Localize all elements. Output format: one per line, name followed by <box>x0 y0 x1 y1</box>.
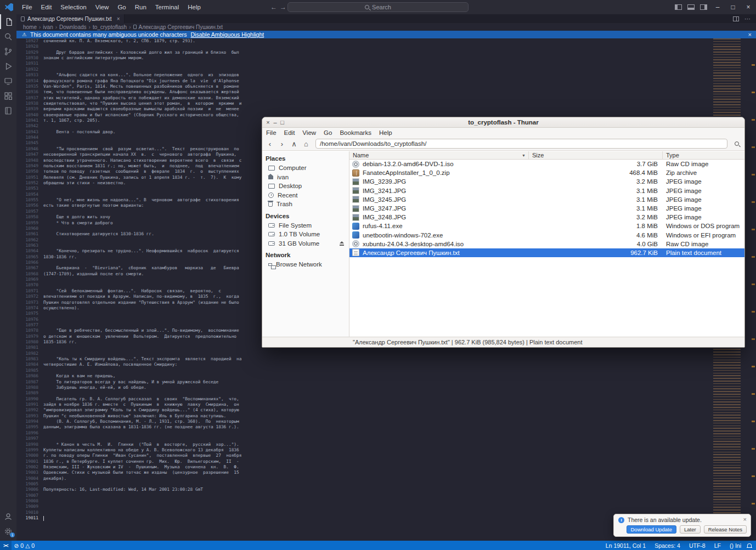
window-minimize-button[interactable]: – <box>710 0 725 14</box>
editor-line[interactable]: 18986 Когда к вам не придешь, <box>16 373 713 379</box>
editor-line[interactable]: 18990 Писатель гр. В. А. Соллогуб расска… <box>16 396 713 402</box>
editor-line[interactable]: 18984четверостишие А. Е. Измайлова, посв… <box>16 362 713 367</box>
remote-explorer-icon[interactable] <box>0 73 16 88</box>
sidebar-item-desktop[interactable]: Desktop <box>262 182 349 191</box>
editor-line[interactable]: 19000г. по поводу оперы Глинки "Иван Сус… <box>16 453 713 458</box>
editor-scrollbar[interactable] <box>751 38 756 541</box>
editor-line[interactable]: 19002Вяземским, III - Жуковским и IV - П… <box>16 464 713 470</box>
history-forward-icon[interactable]: → <box>280 3 286 11</box>
menu-run[interactable]: Run <box>131 4 151 10</box>
extensions-icon[interactable] <box>0 88 16 103</box>
thunar-menu-go[interactable]: Go <box>320 129 336 136</box>
back-button[interactable]: ‹ <box>264 139 275 149</box>
editor-line[interactable]: 19003Одоевским. Стихи с музыкой были тот… <box>16 470 713 475</box>
column-header-type[interactable]: Type <box>663 151 744 159</box>
disable-ambiguous-highlight-link[interactable]: Disable Ambiguous Highlight <box>190 31 264 38</box>
more-actions-icon[interactable]: ⋯ <box>744 15 751 22</box>
docs-view-icon[interactable] <box>0 103 16 118</box>
editor-line[interactable]: 18935Van-Worden", Paris, 1814. Месть пов… <box>16 84 713 89</box>
thunar-close-button[interactable]: × <box>264 117 272 128</box>
editor-line[interactable]: 18928 <box>16 44 713 49</box>
editor-line[interactable]: 18929 Друг бардов английских - Козловски… <box>16 50 713 55</box>
notifications-bell-icon[interactable] <box>747 543 752 547</box>
editor-line[interactable]: 190011836 г., в Петербурге. I куплет соч… <box>16 459 713 464</box>
window-close-button[interactable]: × <box>741 0 756 14</box>
cursor-position[interactable]: Ln 19011, Col 1 <box>603 542 648 549</box>
file-row[interactable]: FanatecAppInstaller_1_0_0.zip468.4 MiBZi… <box>349 168 744 177</box>
editor-line[interactable]: 18937этих мстителей, однако храбрость ег… <box>16 95 713 101</box>
toggle-panel-icon[interactable] <box>687 4 695 10</box>
run-debug-icon[interactable] <box>0 59 16 73</box>
notification-close-icon[interactable]: × <box>743 516 747 523</box>
menu-terminal[interactable]: Terminal <box>151 4 183 10</box>
toggle-secondary-sidebar-icon[interactable] <box>700 4 707 10</box>
editor-line[interactable]: 18930знаком с английским литературным ми… <box>16 55 713 61</box>
indentation[interactable]: Spaces: 4 <box>652 542 683 549</box>
editor-line[interactable]: 18992"импровизировал эпиграмму "Коль ты … <box>16 407 713 413</box>
editor-line[interactable]: 19009 <box>16 504 713 509</box>
menu-file[interactable]: File <box>18 4 37 10</box>
breadcrumb-item[interactable]: Александр Сергеевич Пушкин.txt <box>139 24 223 30</box>
editor-line[interactable]: 19005 <box>16 481 713 487</box>
editor-line[interactable]: 18939верными красками выдаются своеобраз… <box>16 106 713 112</box>
remote-indicator[interactable]: >< <box>0 541 12 550</box>
editor-line[interactable]: 18998 * Канон в честь М. И. Глинки ("Пой… <box>16 442 713 447</box>
download-update-button[interactable]: Download Update <box>627 525 677 534</box>
editor-line[interactable]: 18987 То литераторов всегда у вас найдеш… <box>16 379 713 385</box>
toggle-sidebar-icon[interactable] <box>675 4 682 10</box>
editor-line[interactable]: 18999Куплеты написаны коллективно на обе… <box>16 447 713 453</box>
encoding[interactable]: UTF-8 <box>686 542 708 549</box>
breadcrumb-item[interactable]: Downloads <box>59 24 86 30</box>
editor-line[interactable]: 18995данным, эпиграмма была сказана в 18… <box>16 424 713 430</box>
forward-button[interactable]: › <box>277 139 287 149</box>
editor-line[interactable]: 18932 <box>16 67 713 72</box>
command-center-search[interactable]: Search <box>287 2 469 12</box>
problems-indicator[interactable]: ⊘0 △0 <box>12 542 38 549</box>
thunar-search-button[interactable] <box>731 139 742 149</box>
editor-line[interactable]: 18933 "Альфонс садится на коня...". Воль… <box>16 72 713 78</box>
sidebar-item-browse-network[interactable]: Browse Network <box>262 260 349 269</box>
editor-line[interactable]: 18985 <box>16 368 713 373</box>
thunar-maximize-button[interactable]: □ <box>279 117 286 128</box>
editor-line[interactable]: 18991зайдя в ноябре 1836 г. вместе с Пуш… <box>16 402 713 407</box>
history-back-icon[interactable]: ← <box>270 3 277 11</box>
file-row[interactable]: IMG_3241.JPG3.1 MiBJPEG image <box>349 186 744 195</box>
editor-line[interactable]: 18983 "Коль ты к Смирдину войдешь...". Т… <box>16 356 713 362</box>
sidebar-item-trash[interactable]: Trash <box>262 200 349 209</box>
split-editor-icon[interactable] <box>733 16 739 21</box>
editor-line[interactable]: 19010 <box>16 510 713 515</box>
up-button[interactable]: ∧ <box>289 139 300 149</box>
file-row[interactable]: unetbootin-windows-702.exe4.6 MiBWindows… <box>349 231 744 240</box>
later-button[interactable]: Later <box>680 525 701 534</box>
file-row[interactable]: IMG_3239.JPG3.2 MiBJPEG image <box>349 177 744 186</box>
thunar-menu-bookmarks[interactable]: Bookmarks <box>336 129 375 136</box>
eol-sequence[interactable]: LF <box>712 542 724 549</box>
menu-view[interactable]: View <box>91 4 114 10</box>
editor-line[interactable]: 19007 <box>16 493 713 498</box>
menu-edit[interactable]: Edit <box>37 4 57 10</box>
thunar-minimize-button[interactable]: – <box>272 117 279 128</box>
editor-line[interactable]: 18938свидетельствовал, что "Пушкин высок… <box>16 101 713 106</box>
editor-line[interactable]: 19006Популярность: 16, Last-modified: We… <box>16 487 713 492</box>
language-mode[interactable]: ()Ini <box>727 542 744 549</box>
tab-close-icon[interactable]: × <box>117 16 120 22</box>
account-icon[interactable] <box>0 509 16 524</box>
editor-line[interactable]: 18927сочинений кн. П. А. Вяземского, т. … <box>16 38 713 44</box>
eject-icon[interactable] <box>339 241 344 246</box>
editor-line[interactable]: 18934французского романа графа Яна Потоц… <box>16 78 713 84</box>
file-row[interactable]: IMG_3245.JPG3.1 MiBJPEG image <box>349 195 744 204</box>
sidebar-item-31-gb-volume[interactable]: 31 GB Volume <box>262 239 349 248</box>
editor-line[interactable]: 18988 Забудешь иногда, ей-ей, и об обеде… <box>16 385 713 390</box>
file-row[interactable]: xubuntu-24.04.3-desktop-amd64.iso4.0 GiB… <box>349 240 744 248</box>
editor-line[interactable]: 18989 <box>16 390 713 396</box>
menu-selection[interactable]: Selection <box>56 4 91 10</box>
sidebar-item-file-system[interactable]: File System <box>262 221 349 230</box>
sidebar-item-recent[interactable]: Recent <box>262 191 349 200</box>
settings-gear-icon[interactable]: 1 <box>0 524 16 538</box>
editor-line[interactable]: 18931 <box>16 61 713 66</box>
source-control-icon[interactable] <box>0 44 16 59</box>
menu-help[interactable]: Help <box>183 4 205 10</box>
editor-line[interactable]: 18982 <box>16 351 713 356</box>
editor-line[interactable]: 19004декабря). <box>16 476 713 481</box>
breadcrumb-item[interactable]: to_cryptoflash <box>93 24 127 30</box>
